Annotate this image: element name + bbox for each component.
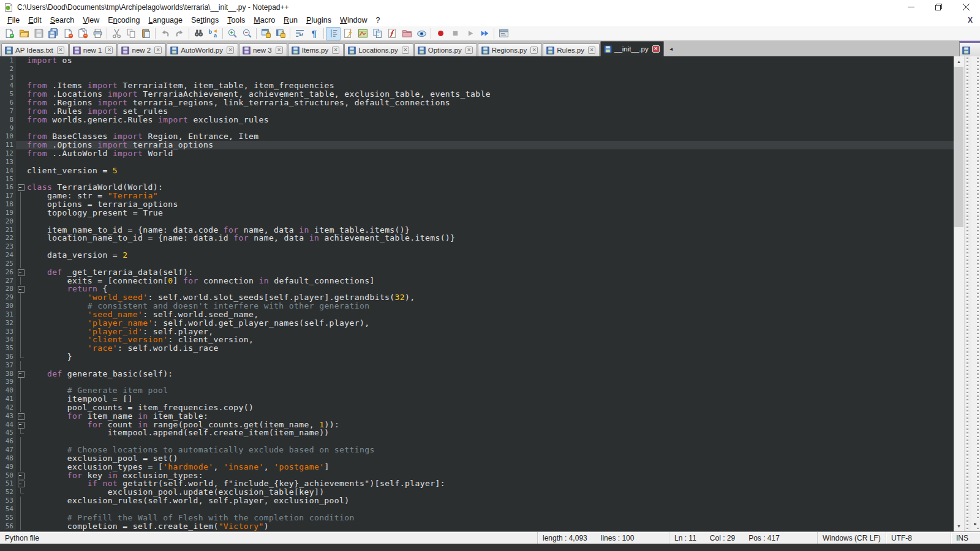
function-list-button[interactable] (385, 27, 399, 40)
restore-button[interactable] (925, 0, 952, 14)
menu-item-file[interactable]: File (3, 15, 24, 26)
status-eol-format[interactable]: Windows (CR LF) (817, 532, 886, 544)
code-line-23[interactable]: 23 (0, 242, 954, 251)
code-line-35[interactable]: 35 'race': self.world.is_race (0, 344, 954, 353)
code-line-18[interactable]: 18 options = terraria_options (0, 200, 954, 209)
new-file-button[interactable] (2, 27, 17, 40)
code-line-12[interactable]: 12from ..AutoWorld import World (0, 149, 954, 158)
code-line-33[interactable]: 33 'player_id': self.player, (0, 328, 954, 336)
tab-close-icon[interactable]: ✕ (154, 47, 162, 54)
menu-item-view[interactable]: View (78, 15, 104, 26)
tab-options-py[interactable]: Options.py✕ (414, 43, 477, 56)
fold-collapse-icon[interactable] (16, 285, 26, 293)
tab-new-2[interactable]: new 2✕ (118, 43, 166, 56)
macro-play-button[interactable] (462, 27, 477, 40)
code-line-21[interactable]: 21 item_name_to_id = {name: data.code fo… (0, 226, 954, 234)
code-line-16[interactable]: 16class TerrariaWorld(World): (0, 183, 954, 192)
code-line-25[interactable]: 25 (0, 260, 954, 268)
code-line-24[interactable]: 24 data_version = 2 (0, 251, 954, 260)
tab-close-icon[interactable]: ✕ (276, 47, 283, 54)
scrollbar-thumb[interactable] (954, 67, 963, 227)
code-line-6[interactable]: 6from .Regions import terraria_regions, … (0, 99, 954, 107)
menu-item-help[interactable]: ? (372, 15, 385, 26)
code-line-44[interactable]: 44 for count in range(pool_counts.get(it… (0, 421, 954, 429)
code-line-15[interactable]: 15 (0, 175, 954, 184)
code-line-30[interactable]: 30 # consistent and doesn't interfere wi… (0, 302, 954, 310)
undo-button[interactable] (157, 27, 172, 40)
code-line-53[interactable]: 53 exclusion_rules(self.world, self.play… (0, 497, 954, 505)
code-line-41[interactable]: 41 itempool = [] (0, 395, 954, 403)
folder-as-workspace-button[interactable] (399, 27, 414, 40)
tab-scroll-left-icon[interactable]: ◄ (667, 44, 676, 54)
tab-close-icon[interactable]: ✕ (105, 47, 113, 54)
close-all-button[interactable] (75, 27, 90, 40)
code-line-29[interactable]: 29 'world_seed': self.world.slot_seeds[s… (0, 293, 954, 302)
code-line-10[interactable]: 10from BaseClasses import Region, Entran… (0, 132, 954, 141)
open-file-button[interactable] (17, 27, 31, 40)
tab-regions-py[interactable]: Regions.py✕ (478, 43, 543, 56)
copy-button[interactable] (124, 27, 138, 40)
code-line-32[interactable]: 32 'player_name': self.world.get_player_… (0, 319, 954, 328)
code-line-36[interactable]: 36 } (0, 353, 954, 361)
code-line-5[interactable]: 5from .Locations import TerrariaAchievem… (0, 90, 954, 99)
tab-locations-py[interactable]: Locations.py✕ (344, 43, 413, 56)
menu-item-edit[interactable]: Edit (24, 15, 46, 26)
code-line-3[interactable]: 3 (0, 73, 954, 82)
fold-collapse-icon[interactable] (16, 183, 26, 192)
code-line-43[interactable]: 43 for item_name in item_table: (0, 412, 954, 421)
scroll-down-icon[interactable]: ▼ (954, 521, 964, 531)
code-line-4[interactable]: 4from .Items import TerrariaItem, item_t… (0, 81, 954, 90)
code-line-26[interactable]: 26 def _get_terraria_data(self): (0, 268, 954, 277)
tab-autoworld-py[interactable]: AutoWorld.py✕ (167, 43, 238, 56)
word-wrap-button[interactable] (292, 27, 307, 40)
code-line-19[interactable]: 19 topology_present = True (0, 209, 954, 217)
code-line-22[interactable]: 22 location_name_to_id = {name: data.id … (0, 234, 954, 242)
menu-item-search[interactable]: Search (46, 15, 79, 26)
code-line-50[interactable]: 50 for key in exclusion_types: (0, 471, 954, 480)
code-line-45[interactable]: 45 itempool.append(self.create_item(item… (0, 429, 954, 437)
menu-item-tools[interactable]: Tools (223, 15, 249, 26)
define-language-button[interactable] (341, 27, 355, 40)
code-editor[interactable]: 1import os234from .Items import Terraria… (0, 56, 954, 531)
macro-save-button[interactable] (496, 27, 511, 40)
find-button[interactable] (191, 27, 206, 40)
menu-item-encoding[interactable]: Encoding (104, 15, 144, 26)
code-line-48[interactable]: 48 exclusion_pool = set() (0, 454, 954, 463)
code-line-55[interactable]: 55 # Prefill the Wall of Flesh with the … (0, 514, 954, 522)
code-line-37[interactable]: 37 (0, 361, 954, 370)
menu-item-run[interactable]: Run (279, 15, 302, 26)
code-line-11[interactable]: 11from .Options import terraria_options (0, 141, 954, 149)
show-all-characters-button[interactable]: ¶ (307, 27, 322, 40)
fold-collapse-icon[interactable] (16, 268, 26, 277)
scrollbar-track[interactable] (954, 67, 964, 521)
status-encoding[interactable]: UTF-8 (886, 532, 951, 544)
replace-button[interactable]: ba (206, 27, 221, 40)
tab-close-icon[interactable]: ✕ (227, 47, 234, 54)
fold-collapse-icon[interactable] (16, 479, 26, 488)
scroll-up-icon[interactable]: ▲ (954, 56, 964, 67)
tab-items-py[interactable]: Items.py✕ (288, 43, 344, 56)
sync-horizontal-button[interactable] (273, 27, 288, 40)
code-line-2[interactable]: 2 (0, 65, 954, 73)
code-line-14[interactable]: 14client_version = 5 (0, 167, 954, 175)
code-line-8[interactable]: 8from worlds.generic.Rules import exclus… (0, 116, 954, 124)
view-splitter-handle[interactable] (964, 56, 971, 531)
minimize-button[interactable] (897, 0, 925, 14)
code-line-42[interactable]: 42 pool_counts = item_frequencies.copy() (0, 403, 954, 412)
secondary-view-partial-tab[interactable] (959, 41, 980, 56)
fold-collapse-icon[interactable] (16, 471, 26, 480)
code-line-56[interactable]: 56 completion = self.create_item("Victor… (0, 522, 954, 531)
menu-item-language[interactable]: Language (144, 15, 187, 26)
fold-collapse-icon[interactable] (16, 412, 26, 421)
tab-close-icon[interactable]: ✕ (588, 47, 595, 54)
scroll-right-icon[interactable]: ► (972, 519, 979, 528)
show-indent-guide-button[interactable] (326, 27, 341, 40)
code-line-27[interactable]: 27 exits = [connection[0] for connection… (0, 277, 954, 285)
code-line-39[interactable]: 39 (0, 378, 954, 386)
tab-close-icon[interactable]: ✕ (530, 47, 538, 54)
macro-run-multiple-button[interactable] (477, 27, 492, 40)
tab-ap-ideas-txt[interactable]: AP Ideas.txt✕ (1, 43, 69, 56)
tab-new-3[interactable]: new 3✕ (239, 43, 287, 56)
code-line-28[interactable]: 28 return { (0, 285, 954, 293)
tab-rules-py[interactable]: Rules.py✕ (543, 43, 600, 56)
